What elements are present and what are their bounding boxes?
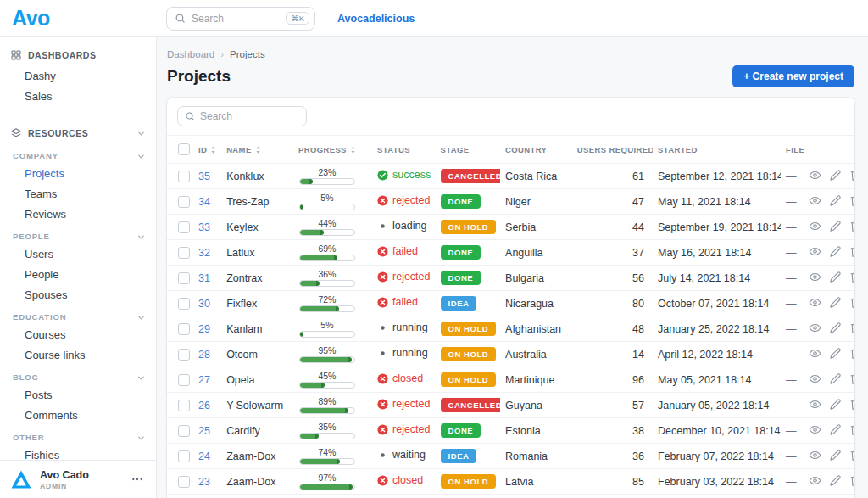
- edit-button[interactable]: [829, 245, 842, 258]
- record-id-link[interactable]: 25: [198, 425, 210, 437]
- view-button[interactable]: [809, 245, 821, 258]
- sidebar-group-company[interactable]: COMPANY: [0, 144, 156, 164]
- record-id-link[interactable]: 35: [198, 171, 210, 182]
- sidebar-group-other[interactable]: OTHER: [0, 426, 156, 445]
- record-id-link[interactable]: 30: [198, 298, 210, 310]
- select-all-checkbox[interactable]: [178, 143, 190, 155]
- record-id-link[interactable]: 33: [198, 221, 210, 233]
- edit-button[interactable]: [829, 322, 842, 334]
- sidebar-group-blog[interactable]: BLOG: [0, 366, 156, 385]
- edit-button[interactable]: [829, 423, 842, 436]
- row-checkbox[interactable]: [178, 298, 190, 310]
- record-id-link[interactable]: 34: [198, 196, 210, 208]
- view-button[interactable]: [809, 296, 821, 309]
- delete-button[interactable]: [849, 296, 854, 309]
- view-button[interactable]: [809, 194, 821, 207]
- edit-button[interactable]: [829, 347, 842, 360]
- edit-button[interactable]: [829, 372, 842, 385]
- edit-button[interactable]: [829, 220, 842, 232]
- progress-label: 5%: [320, 193, 333, 203]
- account-link[interactable]: Avocadelicious: [337, 13, 415, 25]
- sidebar-item-dashy[interactable]: Dashy: [0, 66, 156, 87]
- row-checkbox[interactable]: [178, 450, 190, 462]
- sidebar-item-course-links[interactable]: Course links: [0, 345, 156, 366]
- delete-button[interactable]: [849, 372, 854, 385]
- edit-button[interactable]: [829, 449, 842, 462]
- sidebar-item-people[interactable]: People: [0, 265, 156, 285]
- row-checkbox[interactable]: [178, 349, 190, 361]
- delete-button[interactable]: [849, 474, 854, 487]
- delete-button[interactable]: [849, 220, 854, 232]
- column-header-name[interactable]: NAME: [221, 136, 293, 164]
- table-search-input[interactable]: [200, 110, 299, 122]
- delete-button[interactable]: [849, 245, 854, 258]
- delete-button[interactable]: [849, 347, 854, 360]
- row-checkbox[interactable]: [178, 272, 190, 284]
- sidebar-group-people[interactable]: PEOPLE: [0, 225, 156, 244]
- delete-button[interactable]: [849, 449, 854, 462]
- view-button[interactable]: [809, 423, 821, 436]
- view-button[interactable]: [809, 347, 821, 360]
- delete-button[interactable]: [849, 194, 854, 207]
- delete-button[interactable]: [849, 423, 854, 436]
- record-id-link[interactable]: 23: [198, 476, 210, 488]
- column-header-progress[interactable]: PROGRESS: [293, 136, 372, 164]
- record-id-link[interactable]: 27: [198, 374, 210, 386]
- delete-button[interactable]: [849, 322, 854, 334]
- sidebar-item-users[interactable]: Users: [0, 244, 156, 265]
- breadcrumb-dashboard-link[interactable]: Dashboard: [167, 49, 214, 59]
- sidebar-item-posts[interactable]: Posts: [0, 385, 156, 406]
- record-id-link[interactable]: 26: [198, 400, 210, 411]
- record-id-link[interactable]: 32: [198, 247, 210, 259]
- sidebar-item-sales[interactable]: Sales: [0, 87, 156, 107]
- global-search[interactable]: ⌘K: [166, 7, 315, 31]
- sidebar-item-teams[interactable]: Teams: [0, 184, 156, 204]
- edit-button[interactable]: [829, 398, 842, 411]
- edit-button[interactable]: [829, 169, 842, 182]
- record-id-link[interactable]: 28: [198, 349, 210, 361]
- row-checkbox[interactable]: [178, 425, 190, 437]
- global-search-input[interactable]: [192, 13, 280, 25]
- row-checkbox[interactable]: [178, 400, 190, 411]
- x-circle-icon: [377, 373, 388, 384]
- row-checkbox[interactable]: [178, 476, 190, 488]
- sidebar-item-projects[interactable]: Projects: [0, 164, 156, 184]
- view-button[interactable]: [809, 474, 821, 487]
- edit-button[interactable]: [829, 474, 842, 487]
- users-required-cell: 37: [572, 240, 653, 266]
- user-menu-button[interactable]: [129, 471, 146, 488]
- edit-button[interactable]: [829, 296, 842, 309]
- view-button[interactable]: [809, 169, 821, 182]
- table-search[interactable]: [177, 106, 307, 126]
- row-checkbox[interactable]: [178, 171, 190, 182]
- edit-button[interactable]: [829, 271, 842, 283]
- sidebar-group-education[interactable]: EDUCATION: [0, 305, 156, 325]
- file-cell: —: [781, 418, 804, 444]
- delete-button[interactable]: [849, 398, 854, 411]
- edit-button[interactable]: [829, 194, 842, 207]
- view-button[interactable]: [809, 372, 821, 385]
- avo-logo[interactable]: Avo: [12, 6, 50, 30]
- row-checkbox[interactable]: [178, 221, 190, 233]
- row-checkbox[interactable]: [178, 323, 190, 335]
- view-button[interactable]: [809, 271, 821, 283]
- sidebar-section-resources[interactable]: RESOURCES: [0, 122, 156, 144]
- sidebar-item-reviews[interactable]: Reviews: [0, 204, 156, 225]
- sidebar-item-courses[interactable]: Courses: [0, 325, 156, 345]
- view-button[interactable]: [809, 398, 821, 411]
- row-checkbox[interactable]: [178, 196, 190, 208]
- view-button[interactable]: [809, 322, 821, 334]
- record-id-link[interactable]: 29: [198, 323, 210, 335]
- delete-button[interactable]: [849, 169, 854, 182]
- record-id-link[interactable]: 24: [198, 450, 210, 462]
- sidebar-item-comments[interactable]: Comments: [0, 406, 156, 426]
- view-button[interactable]: [809, 449, 821, 462]
- record-id-link[interactable]: 31: [198, 272, 210, 284]
- delete-button[interactable]: [849, 271, 854, 283]
- row-checkbox[interactable]: [178, 374, 190, 386]
- column-header-id[interactable]: ID: [193, 136, 221, 164]
- row-checkbox[interactable]: [178, 247, 190, 259]
- sidebar-item-spouses[interactable]: Spouses: [0, 285, 156, 305]
- view-button[interactable]: [809, 220, 821, 232]
- create-new-project-button[interactable]: + Create new project: [732, 65, 854, 87]
